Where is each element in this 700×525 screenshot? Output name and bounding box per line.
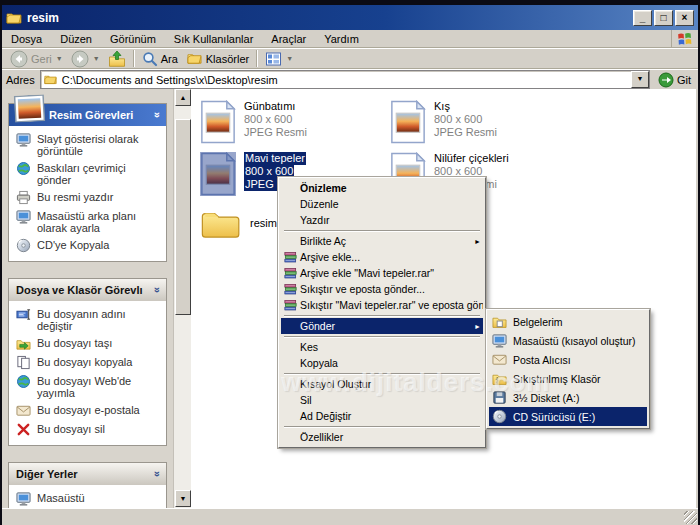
collapse-chevron-icon[interactable]: « — [150, 112, 162, 118]
task-order-prints[interactable]: Baskıları çevrimiçi gönder — [16, 162, 162, 186]
address-folder-icon — [43, 73, 58, 86]
cd-drive-icon — [492, 409, 507, 424]
menu-duzen[interactable]: Düzen — [51, 31, 101, 47]
panel-header-other-places[interactable]: Diğer Yerler « — [9, 463, 166, 485]
forward-dropdown-icon[interactable]: ▼ — [93, 55, 100, 62]
window-title: resim — [27, 11, 631, 25]
email-envelope-icon — [16, 403, 31, 418]
wallpaper-monitor-icon — [16, 209, 31, 224]
minimize-button[interactable]: _ — [633, 10, 652, 26]
collapse-chevron-icon[interactable]: « — [150, 471, 162, 477]
other-places-panel: Diğer Yerler « Masaüstü Resimlerim — [8, 462, 167, 508]
move-folder-icon — [16, 336, 31, 351]
task-slideshow[interactable]: Slayt gösterisi olarak görüntüle — [16, 133, 162, 157]
task-copy-file[interactable]: Bu dosyayı kopyala — [16, 356, 162, 370]
task-publish-web[interactable]: Bu dosyayı Web'de yayımla — [16, 375, 162, 399]
scroll-down-button[interactable]: ▼ — [175, 490, 191, 507]
toolbar-separator — [256, 50, 258, 67]
sidebar-scrollbar[interactable]: ▲ ▼ — [173, 89, 191, 508]
close-button[interactable]: × — [675, 10, 694, 26]
menu-kes[interactable]: Kes — [281, 339, 483, 355]
folder-icon — [200, 207, 240, 239]
winrar-books-icon — [284, 299, 297, 312]
up-folder-icon — [108, 50, 126, 68]
up-button[interactable] — [104, 49, 130, 69]
task-copy-to-cd[interactable]: CD'ye Kopyala — [16, 239, 162, 253]
place-desktop[interactable]: Masaüstü — [16, 492, 162, 506]
sendto-cd-surucusu-e[interactable]: CD Sürücüsü (E:) — [489, 407, 647, 426]
menu-duzenle[interactable]: Düzenle — [281, 196, 483, 212]
scrollbar-thumb[interactable] — [175, 119, 191, 315]
image-file-icon — [200, 100, 236, 144]
toolbar-separator — [133, 50, 135, 67]
delete-x-icon — [16, 422, 31, 437]
menu-onizleme[interactable]: Önizleme — [281, 180, 483, 196]
views-button[interactable]: ▼ — [261, 49, 297, 69]
slideshow-monitor-icon — [16, 132, 31, 147]
go-button[interactable]: Git — [655, 72, 694, 88]
go-arrow-icon — [658, 72, 674, 88]
winrar-books-icon — [284, 251, 297, 264]
task-set-wallpaper[interactable]: Masaüstü arka planı olarak ayarla — [16, 210, 162, 234]
publish-web-globe-icon — [16, 374, 31, 389]
printer-icon — [16, 190, 31, 205]
image-file-icon — [390, 100, 426, 144]
menu-sikistir-eposta[interactable]: Sıkıştır ve eposta gönder... — [281, 281, 483, 297]
menu-birlikte-ac[interactable]: Birlikte Aç► — [281, 233, 483, 249]
image-file-icon — [200, 152, 236, 196]
menu-dosya[interactable]: Dosya — [2, 31, 51, 47]
task-delete-file[interactable]: Bu dosyayı sil — [16, 423, 162, 437]
folder-resim[interactable]: resim — [200, 207, 277, 239]
menu-ad-degistir[interactable]: Ad Değiştir — [281, 408, 483, 424]
mail-recipient-icon — [492, 352, 507, 367]
address-bar: Adres C:\Documents and Settings\x\Deskto… — [2, 69, 698, 89]
sendto-masaustu-kisayol[interactable]: Masaüstü (kısayol oluştur) — [489, 331, 647, 350]
submenu-arrow-icon: ► — [474, 238, 481, 245]
file-kis[interactable]: Kış 800 x 600 JPEG Resmi — [390, 100, 497, 144]
menu-separator — [284, 315, 480, 316]
task-move-file[interactable]: Bu dosyayı taşı — [16, 337, 162, 351]
menu-araclar[interactable]: Araçlar — [262, 31, 315, 47]
task-rename-file[interactable]: Bu dosyanın adını değiştir — [16, 308, 162, 332]
task-email-file[interactable]: Bu dosyayı e-postala — [16, 404, 162, 418]
panel-header-file-tasks[interactable]: Dosya ve Klasör Görevlı « — [9, 279, 166, 301]
address-input[interactable]: C:\Documents and Settings\x\Desktop\resi… — [40, 70, 650, 89]
file-gunbatimi[interactable]: Günbatımı 800 x 600 JPEG Resmi — [200, 100, 307, 144]
menu-gonder[interactable]: Gönder► — [281, 318, 483, 334]
submenu-arrow-icon: ► — [474, 323, 481, 330]
address-dropdown-button[interactable]: ▼ — [631, 71, 649, 88]
scroll-up-button[interactable]: ▲ — [175, 89, 191, 106]
maximize-button[interactable]: □ — [654, 10, 673, 26]
menu-separator — [284, 336, 480, 337]
resize-grip[interactable] — [684, 511, 697, 524]
folders-button[interactable]: Klasörler — [182, 49, 253, 69]
my-documents-folder-icon — [492, 314, 507, 329]
menu-bar: Dosya Düzen Görünüm Sık Kullanılanlar Ar… — [2, 30, 698, 48]
sendto-belgelerim[interactable]: Belgelerim — [489, 312, 647, 331]
menu-gorunum[interactable]: Görünüm — [101, 31, 165, 47]
menu-separator — [284, 426, 480, 427]
title-bar: resim _ □ × — [2, 5, 698, 30]
picture-tasks-photo-icon — [13, 94, 45, 123]
back-button[interactable]: Geri ▼ — [6, 49, 67, 69]
menu-ozellikler[interactable]: Özellikler — [281, 429, 483, 445]
task-print-picture[interactable]: Bu resmi yazdır — [16, 191, 162, 205]
cd-icon — [16, 238, 31, 253]
collapse-chevron-icon[interactable]: « — [150, 287, 162, 293]
status-bar — [2, 508, 698, 525]
rename-icon — [16, 307, 31, 322]
context-menu: Önizleme Düzenle Yazdır Birlikte Aç► Arş… — [278, 177, 486, 448]
copy-pages-icon — [16, 355, 31, 370]
windows-logo-icon — [671, 30, 698, 47]
views-dropdown-icon[interactable]: ▼ — [286, 55, 293, 62]
search-button[interactable]: Ara — [138, 49, 182, 69]
back-dropdown-icon[interactable]: ▼ — [56, 55, 63, 62]
menu-yardim[interactable]: Yardım — [315, 31, 368, 47]
menu-sik-kullanilanlar[interactable]: Sık Kullanılanlar — [165, 31, 263, 47]
winrar-books-icon — [284, 283, 297, 296]
menu-sikistir-rar-eposta[interactable]: Sıkıştır "Mavi tepeler.rar" ve eposta gö… — [281, 297, 483, 313]
menu-yazdir[interactable]: Yazdır — [281, 212, 483, 228]
menu-arsive-ekle[interactable]: Arşive ekle... — [281, 249, 483, 265]
forward-button[interactable]: ▼ — [67, 49, 104, 69]
menu-arsive-ekle-rar[interactable]: Arşive ekle "Mavi tepeler.rar" — [281, 265, 483, 281]
